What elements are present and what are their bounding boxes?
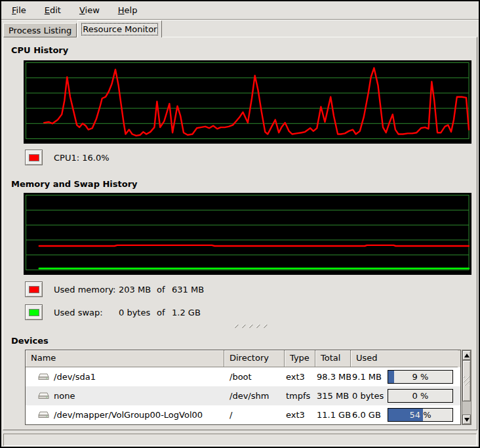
device-type: ext3 <box>285 410 315 420</box>
thumb-grip-icon <box>464 377 470 386</box>
device-directory: /boot <box>224 372 285 382</box>
tab-resource-monitor[interactable]: Resource Monitor <box>77 20 162 37</box>
status-bar <box>3 434 477 446</box>
progress-label: 9 % <box>388 371 452 383</box>
menubar: File Edit View Help <box>1 1 479 20</box>
column-header-total[interactable]: Total <box>315 350 351 367</box>
swap-color-swatch <box>29 309 39 316</box>
table-rows: /dev/sda1 /boot ext3 98.3 MB 9.1 MB 9 % … <box>26 367 460 424</box>
swap-color-button[interactable] <box>25 304 43 320</box>
table-row[interactable]: none /dev/shm tmpfs 315 MB 0 bytes 0 % 0… <box>26 386 460 405</box>
swap-used-value: 0 bytes <box>119 308 157 317</box>
notebook-tabs: Process Listing Resource Monitor <box>1 20 479 37</box>
devices-table: Name Directory Type Total Used <box>25 350 477 425</box>
menu-view[interactable]: View <box>73 3 106 18</box>
column-header-used[interactable]: Used <box>351 350 458 367</box>
devices-title: Devices <box>11 336 477 346</box>
tab-process-listing[interactable]: Process Listing <box>3 23 77 37</box>
device-name: /dev/mapper/VolGroup00-LogVol00 <box>54 410 203 420</box>
column-header-name[interactable]: Name <box>26 350 224 367</box>
memory-used-value: 203 MB <box>119 285 157 295</box>
memory-history-title: Memory and Swap History <box>11 179 477 190</box>
device-directory: / <box>224 410 285 420</box>
memory-total-value: 631 MB <box>172 285 477 295</box>
scroll-up-icon <box>464 354 470 357</box>
cpu-history-chart <box>24 60 471 144</box>
scroll-down-button[interactable] <box>462 415 471 424</box>
memory-legend-label: Used memory: <box>54 285 119 295</box>
pane-resize-grip[interactable] <box>234 323 477 328</box>
device-type: ext3 <box>285 372 315 382</box>
memory-swap-chart <box>24 193 471 275</box>
device-name: /dev/sda1 <box>54 372 96 382</box>
menu-file[interactable]: File <box>5 3 33 18</box>
device-used: 0 bytes <box>352 391 384 401</box>
usage-progress-bar: 54 % 54 % <box>388 408 453 422</box>
swap-total-value: 1.2 GB <box>172 308 477 317</box>
menu-edit[interactable]: Edit <box>38 3 68 18</box>
device-total: 11.1 GB <box>315 410 351 420</box>
device-name: none <box>54 391 75 401</box>
used-memory-legend: Used memory: 203 MB of 631 MB <box>25 281 477 297</box>
scrollbar-track[interactable] <box>462 360 471 415</box>
cpu-legend-label: CPU1: 16.0% <box>54 153 477 163</box>
memory-color-swatch <box>29 286 39 293</box>
device-directory: /dev/shm <box>224 391 285 401</box>
table-header: Name Directory Type Total Used <box>26 350 460 367</box>
used-swap-legend: Used swap: 0 bytes of 1.2 GB <box>25 304 477 320</box>
column-header-directory[interactable]: Directory <box>224 350 285 367</box>
cpu-legend: CPU1: 16.0% <box>25 150 477 165</box>
disk-icon <box>38 373 49 381</box>
cpu-history-title: CPU History <box>11 45 477 56</box>
disk-icon <box>38 411 49 419</box>
usage-progress-bar: 9 % 9 % <box>388 370 453 384</box>
swap-legend-label: Used swap: <box>54 308 119 317</box>
device-total: 98.3 MB <box>315 372 351 382</box>
table-row[interactable]: /dev/mapper/VolGroup00-LogVol00 / ext3 1… <box>26 405 460 424</box>
device-used: 9.1 MB <box>352 372 382 382</box>
progress-label: 0 % <box>388 390 452 402</box>
device-type: tmpfs <box>285 391 315 401</box>
scroll-down-icon <box>464 418 470 422</box>
device-used: 6.0 GB <box>352 410 381 420</box>
resource-monitor-panel: CPU History CPU1: 16.0% Memory and Swap … <box>3 37 477 430</box>
table-scrollbar[interactable] <box>462 350 471 425</box>
tab-label: Process Listing <box>9 26 71 35</box>
memory-color-button[interactable] <box>25 281 43 297</box>
devices-table-body: Name Directory Type Total Used <box>25 350 461 425</box>
swap-of-text: of <box>157 308 172 317</box>
cpu-color-button[interactable] <box>25 150 43 165</box>
memory-of-text: of <box>157 285 172 295</box>
disk-icon <box>38 392 49 400</box>
tab-label: Resource Monitor <box>83 24 157 34</box>
scroll-up-button[interactable] <box>462 350 471 360</box>
usage-progress-bar: 0 % 0 % <box>388 389 453 403</box>
column-header-type[interactable]: Type <box>285 350 315 367</box>
table-row[interactable]: /dev/sda1 /boot ext3 98.3 MB 9.1 MB 9 % … <box>26 367 460 386</box>
scrollbar-thumb[interactable] <box>462 360 471 401</box>
menu-help[interactable]: Help <box>111 3 144 18</box>
system-monitor-window: File Edit View Help Process Listing Reso… <box>0 0 480 448</box>
cpu-color-swatch <box>29 154 39 161</box>
device-total: 315 MB <box>315 391 351 401</box>
